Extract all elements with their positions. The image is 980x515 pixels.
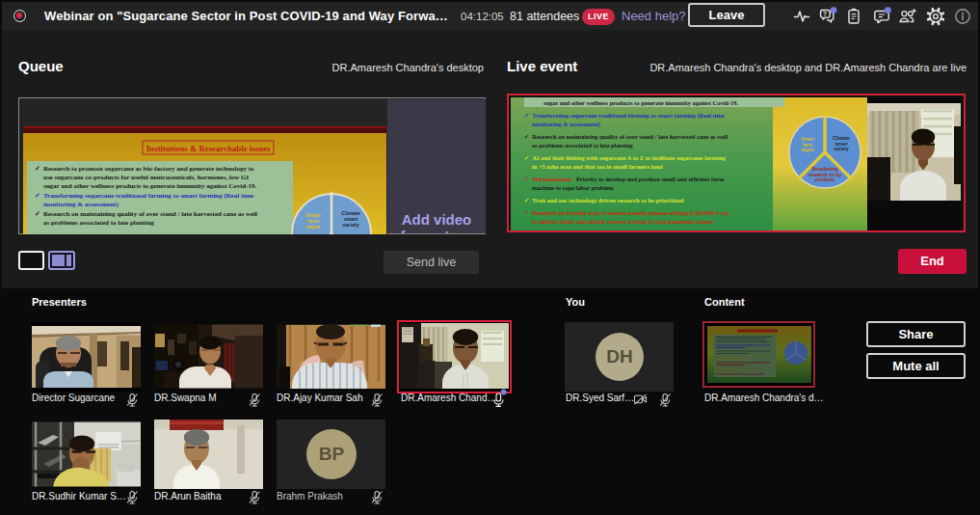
svg-text:research on by: research on by: [808, 173, 841, 177]
svg-text:Institutions & Researchable is: Institutions & Researchable issues: [146, 144, 271, 153]
svg-text:variety: variety: [834, 147, 849, 151]
svg-text:✓Research on frontier area of: ✓Research on frontier area of science na…: [524, 209, 728, 217]
svg-text:✓Transforming sugarcane tradi: ✓Transforming sugarcane traditional farm…: [524, 112, 725, 120]
svg-text:variety: variety: [342, 222, 358, 228]
svg-text:Smart: Smart: [801, 137, 814, 142]
svg-text:as problems associated to la: as problems associated to late planting: [532, 142, 634, 149]
svg-text:to address biotic and abiotic: to address biotic and abiotic stresses a…: [532, 218, 713, 225]
svg-text:?: ?: [823, 11, 827, 17]
svg-text:Climate: Climate: [833, 136, 850, 141]
svg-text:mgmt: mgmt: [306, 224, 321, 230]
svg-text:✓AI and their linking with sug: ✓AI and their linking with sugarcane A t…: [524, 154, 727, 161]
svg-text:machine to cope labor problem: machine to cope labor problem: [532, 184, 614, 191]
svg-text:smart: smart: [834, 142, 847, 147]
svg-text:Broadening: Broadening: [812, 167, 838, 172]
svg-text:monitoring & assessment): monitoring & assessment): [532, 121, 600, 128]
svg-text:use sugarcane co-products for: use sugarcane co-products for useful neu…: [43, 174, 249, 181]
svg-text:farm: farm: [803, 143, 812, 148]
svg-text:as problems associated to la: as problems associated to late planting: [43, 219, 154, 227]
svg-text:✓Transforming sugarcane tradi: ✓Transforming sugarcane traditional farm…: [35, 192, 253, 200]
svg-text:mgmt: mgmt: [801, 148, 813, 152]
svg-text:✓Research on maintaining qual: ✓Research on maintaining quality of over…: [35, 210, 257, 218]
svg-text:sugar and other wellness prod: sugar and other wellness products to gen…: [43, 182, 257, 190]
svg-text:sugar and other wellness prod: sugar and other wellness products to gen…: [543, 99, 738, 106]
svg-text:✓Research on maintaining qual: ✓Research on maintaining quality of over…: [524, 133, 728, 140]
svg-text:products: products: [815, 177, 835, 182]
svg-text:✓Mechanization-Priority to dev: ✓Mechanization-Priority to develop and p…: [524, 176, 725, 182]
svg-text:monitoring & assessment): monitoring & assessment): [43, 201, 119, 208]
svg-text:✓Trait and not technology driv: ✓Trait and not technology driven researc…: [524, 197, 684, 203]
svg-text:✓Research to promote sugarcan: ✓Research to promote sugarcane as bio-fa…: [35, 165, 254, 173]
svg-text:in >5 mha area and that too i: in >5 mha area and that too in small far…: [532, 163, 663, 170]
